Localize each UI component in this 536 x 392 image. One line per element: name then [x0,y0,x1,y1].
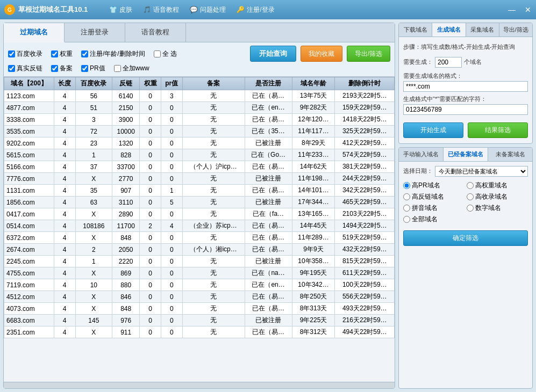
table-cell: 0 [161,161,182,173]
table-row[interactable]: 5166.com4373370000（个人）沪icp…已在（易…14年62天38… [4,161,395,173]
right-tab-download[interactable]: 下载域名 [399,23,432,37]
col-pr: pr值 [161,77,182,90]
table-row[interactable]: 4073.com4X84800无已在（易…8年313天493天22时59… [4,303,395,315]
checkbox-reg-age-del[interactable]: 注册/年龄/删除时间 [81,49,145,59]
table-cell: 846 [112,291,140,303]
table-row[interactable]: 7776.com4X277000无已被注册11年198…244天22时59… [4,173,395,185]
date-row: 选择日期： 今天删除已经备案域名 [403,166,528,177]
start-generate-button[interactable]: 开始生成 [403,122,463,138]
table-cell: 无 [182,232,245,244]
table-cell: 8年312天 [292,326,335,338]
checkbox-beian[interactable]: 备案 [51,64,73,73]
right-tab-collect[interactable]: 采集域名 [466,23,499,37]
table-cell: 4 [54,244,75,256]
bottom-tab-unregistered[interactable]: 未备案域名 [488,148,532,161]
table-cell: 2150 [112,102,140,114]
tab-register-login[interactable]: 注册登录 [65,23,125,42]
nav-issue[interactable]: 💬 问题处理 [190,5,226,14]
table-cell: 2 [140,220,161,232]
table-row[interactable]: 3535.com4721000000无已在（35…11年117…325天22时5… [4,126,395,137]
minimize-button[interactable]: — [504,0,520,19]
table-cell: 已在（易… [245,90,292,102]
col-domain: 域名【200】 [4,77,54,90]
table-row[interactable]: 1856.com463311005无已被注册17年344…465天22时59… [4,197,395,208]
table-cell: 无 [182,291,245,303]
search-button[interactable]: 开始查询 [250,46,296,62]
radio-high-backlink[interactable]: 高反链域名 [403,192,464,201]
table-cell: 2050 [112,244,140,256]
table-cell: 13年75天 [292,90,335,102]
checkbox-select-all[interactable]: 全 选 [154,49,177,59]
table-row[interactable]: 0417.com4X289000无已在（fa…13年165…2103天22时5… [4,208,395,220]
table-cell: 4 [54,173,75,185]
checkbox-real-backlink[interactable]: 真实反链 [8,64,42,73]
table-row[interactable]: 1131.com43590701无已在（易…14年101…342天22时59… [4,185,395,197]
filter-radio-group: 高PR域名 高权重域名 高反链域名 高收录域名 [403,181,528,224]
table-cell: 4 [54,161,75,173]
radio-high-weight[interactable]: 高权重域名 [467,181,528,190]
nav-skin[interactable]: 👕 皮肤 [109,5,132,14]
table-row[interactable]: 2674.com42205000（个人）湘icp…已在（易…9年9天432天22… [4,244,395,256]
table-row[interactable]: 4877.com451215000无已在（en…9年282天159天22时59… [4,102,395,114]
table-cell: 4 [54,185,75,197]
table-cell: 8年250天 [292,291,335,303]
confirm-filter-button[interactable]: 确定筛选 [403,230,528,246]
horizontal-scrollbar[interactable] [4,382,395,388]
bottom-tab-registered[interactable]: 已经备案域名 [444,148,488,161]
checkbox-pr[interactable]: PR值 [81,64,105,73]
result-filter-button[interactable]: 结果筛选 [468,122,528,138]
date-select[interactable]: 今天删除已经备案域名 [435,166,528,177]
table-cell: 11年233… [292,149,335,161]
tab-expired-domains[interactable]: 过期域名 [4,23,65,42]
table-cell: 1131.com [4,185,54,197]
close-button[interactable]: ✕ [520,0,536,19]
radio-pinyin[interactable]: 拼音域名 [403,204,464,213]
table-cell: 33700 [112,161,140,173]
table-cell: 815天22时59… [335,256,395,267]
table-row[interactable]: 3338.com43390000无已在（易…12年120…1418天22时5… [4,114,395,126]
table-row[interactable]: 0514.com41081861170024（企业）苏icp…已在（易…14年4… [4,220,395,232]
table-cell: 无 [182,197,245,208]
generate-count-input[interactable] [435,57,462,68]
char-input[interactable] [403,104,528,115]
table-row[interactable]: 1123.com456614003无已在（易…13年75天2193天22时5… [4,90,395,102]
table-cell: 0 [140,244,161,256]
radio-high-collection[interactable]: 高收录域名 [467,192,528,201]
table-cell: 6372.com [4,232,54,244]
table-cell: 0 [161,126,182,137]
table-cell: 17年344… [292,197,335,208]
table-row[interactable]: 7119.com41088000无已在（en…10年342…100天22时59… [4,279,395,291]
table-row[interactable]: 9202.com423132000无已被注册8年29天412天22时59… [4,137,395,149]
nav-tutorial[interactable]: 🎵 语音教程 [143,5,179,14]
table-cell: 9202.com [4,137,54,149]
table-row[interactable]: 6372.com4X84800无已在（易…11年289…519天22时59… [4,232,395,244]
nav-login[interactable]: 🔑 注册/登录 [237,5,274,14]
table-cell: 432天22时59… [335,244,395,256]
checkbox-weight[interactable]: 权重 [51,49,73,59]
checkbox-baidu[interactable]: 百度收录 [8,49,42,59]
my-collection-button[interactable]: 我的收藏 [301,46,342,62]
table-row[interactable]: 4512.com4X84600无已在（易…8年250天556天22时59… [4,291,395,303]
radio-all[interactable]: 全部域名 [403,215,464,224]
right-tab-generate[interactable]: 生成域名 [432,23,466,37]
table-row[interactable]: 2351.com4X91100无已在（易…8年312天494天22时59… [4,326,395,338]
table-cell: 无 [182,137,245,149]
format-input[interactable] [403,81,528,92]
right-tab-export[interactable]: 导出/筛选 [499,23,532,37]
table-row[interactable]: 5615.com4182800无已在（Go…11年233…574天22时59… [4,149,395,161]
checkbox-add-www[interactable]: 全加www [114,64,149,73]
radio-numeric[interactable]: 数字域名 [467,204,528,213]
table-cell: 已在（易… [245,291,292,303]
table-row[interactable]: 6683.com414597600无已被注册9年225天216天22时59… [4,315,395,326]
tab-voice-tutorial[interactable]: 语音教程 [125,23,186,42]
table-row[interactable]: 4755.com4X86900无已在（na…9年195天611天22时59… [4,267,395,279]
table-row[interactable]: 2245.com41222000无已被注册10年358…815天22时59… [4,256,395,267]
export-filter-button[interactable]: 导出/筛选 [347,46,390,62]
radio-high-pr[interactable]: 高PR域名 [403,181,464,190]
table-cell: 4 [54,291,75,303]
table-cell: 1320 [112,137,140,149]
table-container[interactable]: 域名【200】 长度 百度收录 反链 权重 pr值 备案 是否注册 域名年龄 删… [4,77,395,382]
table-cell: 0 [161,303,182,315]
table-cell: 100天22时59… [335,279,395,291]
bottom-tab-manual[interactable]: 手动输入域名 [399,148,444,161]
